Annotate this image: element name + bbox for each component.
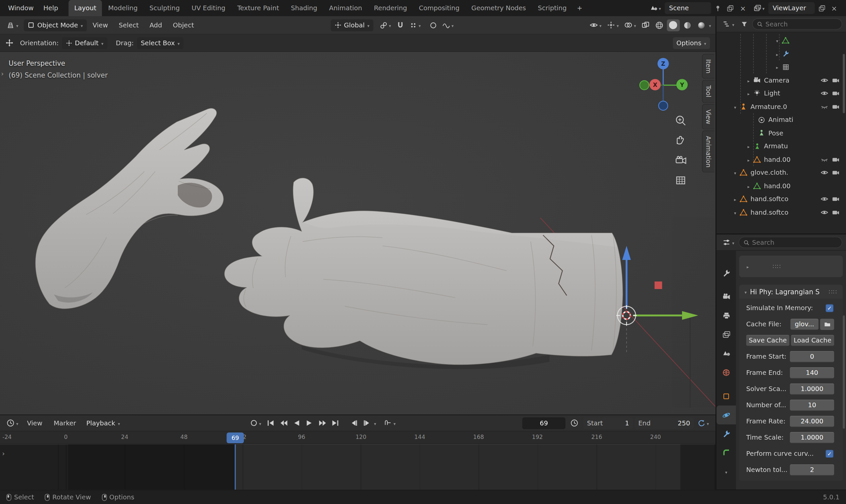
jump-to-start-button[interactable] (265, 417, 276, 428)
playhead-line[interactable] (235, 444, 236, 489)
snapping-dropdown[interactable] (378, 19, 393, 31)
unlink-scene-button[interactable] (738, 2, 748, 14)
chevron-right-icon[interactable] (744, 156, 753, 163)
sidebar-tab-tool[interactable]: Tool (702, 80, 715, 103)
chevron-right-icon[interactable] (744, 182, 753, 190)
new-scene-button[interactable] (725, 2, 736, 14)
solver-scale-input[interactable]: 1.0000 (790, 383, 834, 394)
shading-wireframe-button[interactable] (653, 19, 666, 31)
simulate-in-memory-checkbox[interactable] (826, 304, 833, 312)
disable-render-icon[interactable] (832, 103, 840, 110)
timeline-tracks[interactable] (0, 444, 716, 489)
properties-search-input[interactable] (752, 238, 838, 246)
chevron-right-icon[interactable] (744, 90, 753, 97)
drag-mode-dropdown[interactable]: Select Box (137, 37, 183, 49)
timeline-menu-marker[interactable]: Marker (49, 415, 81, 431)
gizmo-axis-neg-y-ball[interactable] (640, 80, 649, 90)
chevron-down-icon[interactable] (731, 209, 739, 216)
menu-help[interactable]: Help (38, 0, 63, 16)
disable-render-icon[interactable] (832, 156, 840, 163)
timeline-menu-view[interactable]: View (22, 415, 47, 431)
hiphy-panel-header[interactable]: Hi Phy: Lagrangian S (739, 285, 843, 299)
workspace-tab-sculpting[interactable]: Sculpting (143, 0, 186, 16)
playback-menu[interactable]: Playback (83, 417, 124, 429)
3d-scene[interactable]: Z X Y (0, 52, 716, 414)
disable-render-icon[interactable] (832, 169, 840, 176)
sidebar-tab-item[interactable]: Item (702, 54, 715, 78)
workspace-tab-uv-editing[interactable]: UV Editing (186, 0, 231, 16)
overlays-dropdown[interactable] (622, 19, 638, 31)
new-viewlayer-button[interactable] (816, 2, 827, 14)
number-of-input[interactable]: 10 (790, 399, 834, 411)
tab-scene[interactable] (717, 344, 736, 363)
menu-window[interactable]: Window (3, 0, 39, 16)
tabs-overflow-chevron[interactable] (717, 462, 736, 481)
viewport-canvas[interactable]: Z X Y (0, 52, 716, 414)
menu-select[interactable]: Select (114, 16, 144, 34)
tool-options-dropdown[interactable]: Options (672, 37, 710, 49)
editor-type-timeline-dropdown[interactable] (4, 417, 20, 429)
workspace-tab-geometry-nodes[interactable]: Geometry Nodes (465, 0, 532, 16)
sidebar-tab-view[interactable]: View (702, 104, 715, 129)
outliner-scrollbar[interactable] (843, 54, 845, 113)
frame-start-input[interactable]: 0 (790, 351, 834, 362)
file-browse-button[interactable] (820, 318, 834, 330)
workspace-tab-layout[interactable]: Layout (68, 0, 103, 16)
outliner-row-animation[interactable]: Animati (717, 113, 846, 126)
frame-start-field[interactable]: Start 1 (583, 417, 633, 429)
proportional-editing-toggle[interactable] (427, 19, 439, 31)
chevron-right-icon[interactable] (744, 142, 753, 150)
workspace-tab-compositing[interactable]: Compositing (413, 0, 465, 16)
outliner-filter-button[interactable] (739, 18, 750, 30)
tab-render[interactable] (717, 287, 736, 306)
shading-material-button[interactable] (681, 19, 694, 31)
newton-tol-input[interactable]: 2 (790, 464, 834, 475)
object-visibility-dropdown[interactable] (587, 19, 604, 31)
current-frame-field[interactable]: 69 (522, 417, 565, 429)
gizmos-dropdown[interactable] (605, 19, 621, 31)
outliner-row-light[interactable]: Light (717, 87, 846, 100)
tab-modifiers[interactable] (717, 425, 736, 443)
panel-grip-icon[interactable] (829, 288, 838, 295)
chevron-right-icon[interactable] (731, 195, 739, 203)
chevron-down-icon[interactable] (773, 37, 781, 44)
preview-range-toggle[interactable] (382, 417, 398, 429)
playback-sync-dropdown[interactable] (695, 417, 711, 429)
disable-render-icon[interactable] (832, 209, 840, 216)
tab-world[interactable] (717, 363, 736, 382)
outliner-row-hand-data[interactable]: hand.00 (717, 179, 846, 193)
outliner-row-pose[interactable]: Pose (717, 126, 846, 140)
tab-physics[interactable] (717, 406, 736, 425)
chevron-down-icon[interactable] (731, 103, 739, 110)
workspace-tab-animation[interactable]: Animation (323, 0, 368, 16)
workspace-tab-texture-paint[interactable]: Texture Paint (231, 0, 285, 16)
next-keyframe-button[interactable] (317, 417, 328, 428)
channels-expand-arrow[interactable] (2, 450, 5, 457)
workspace-tab-modeling[interactable]: Modeling (102, 0, 143, 16)
chevron-right-icon[interactable] (773, 63, 781, 71)
workspace-tab-shading[interactable]: Shading (285, 0, 323, 16)
hide-eye-icon[interactable] (821, 76, 828, 84)
auto-keying-dropdown[interactable] (248, 417, 263, 429)
toolbar-expand-arrow[interactable] (1, 70, 4, 78)
gizmo-plane-handle[interactable] (655, 282, 662, 289)
play-reverse-button[interactable] (291, 417, 302, 428)
remove-viewlayer-button[interactable] (829, 2, 840, 14)
hidden-eye-icon[interactable] (821, 103, 828, 110)
chevron-right-icon[interactable] (744, 76, 753, 84)
tab-data[interactable] (717, 443, 736, 462)
xray-toggle[interactable] (639, 19, 652, 31)
editor-type-properties-dropdown[interactable] (720, 236, 737, 248)
outliner-row-glove-cloth[interactable]: glove.cloth. (717, 166, 846, 179)
menu-object[interactable]: Object (168, 16, 199, 34)
menu-add[interactable]: Add (145, 16, 167, 34)
outliner-search-input[interactable] (765, 20, 838, 28)
next-frame-button[interactable] (361, 417, 372, 428)
clock-icon-button[interactable] (568, 417, 581, 429)
tab-view-layer[interactable] (717, 325, 736, 344)
outliner-search[interactable] (752, 18, 842, 30)
tool-orientation-dropdown[interactable]: Default (62, 37, 107, 49)
perform-curve-checkbox[interactable] (826, 450, 833, 457)
menu-view[interactable]: View (88, 16, 113, 34)
outliner-row-armature[interactable]: Armature.0 (717, 100, 846, 113)
